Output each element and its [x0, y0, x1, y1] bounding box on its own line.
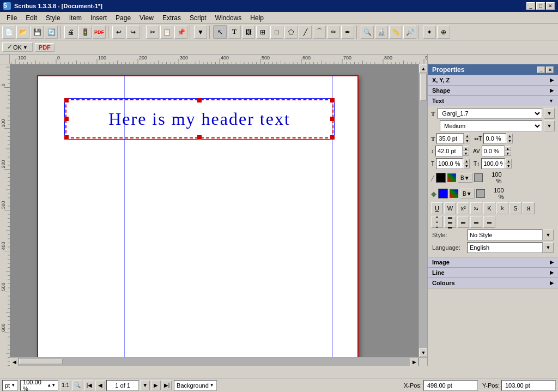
eyedrop-button[interactable]: 🔬: [375, 26, 388, 39]
pdf-button[interactable]: PDF: [35, 43, 54, 52]
handle-bl[interactable]: [64, 135, 69, 140]
language-value[interactable]: English: [467, 242, 543, 253]
align-forced-button[interactable]: ▬: [483, 216, 495, 228]
weight-selector[interactable]: Medium: [440, 120, 542, 131]
align-justify-button[interactable]: ▬: [470, 216, 482, 228]
bezier-tool[interactable]: ⌒: [313, 26, 326, 39]
section-image-header[interactable]: Image ▶: [428, 257, 558, 267]
handle-tr[interactable]: [330, 98, 335, 102]
section-text-header[interactable]: Text ▼: [428, 96, 558, 106]
section-colours-header[interactable]: Colours ▶: [428, 278, 558, 288]
calligraphic-tool[interactable]: ✒: [341, 26, 354, 39]
props-close-button[interactable]: ✕: [546, 67, 554, 73]
kerning-spin-buttons[interactable]: ▲ ▼: [505, 146, 511, 156]
align-center-button[interactable]: ▬▬▬: [444, 216, 456, 228]
hscale-spin-buttons[interactable]: ▲ ▼: [463, 159, 470, 168]
vertical-scrollbar[interactable]: ▲ ▼: [418, 64, 427, 357]
smallcaps-button[interactable]: k: [496, 202, 508, 214]
redo-button[interactable]: ↪: [126, 26, 140, 39]
font-dropdown-btn[interactable]: ▼: [544, 108, 555, 119]
handle-tl[interactable]: [64, 98, 69, 102]
scroll-thumb-v[interactable]: [420, 74, 427, 101]
section-shape-header[interactable]: Shape ▶: [428, 86, 558, 95]
vscale-up-button[interactable]: ▲: [505, 159, 512, 164]
horizontal-scrollbar[interactable]: ◀ ▶: [10, 357, 418, 366]
select-tool[interactable]: ↖: [214, 26, 227, 39]
text-frame[interactable]: Here is my header text: [65, 99, 333, 138]
tracking-down-button[interactable]: ▼: [506, 138, 513, 143]
fill-color-mode-btn[interactable]: B▼: [458, 173, 472, 183]
linespacing-input[interactable]: [435, 146, 463, 156]
ok-dropdown-icon[interactable]: ▼: [23, 45, 28, 50]
language-dropdown-button[interactable]: ▼: [543, 242, 554, 253]
menu-item[interactable]: Item: [65, 13, 86, 23]
shape-tool[interactable]: □: [270, 26, 283, 39]
linespacing-spin-buttons[interactable]: ▲ ▼: [463, 146, 469, 156]
kerning-input[interactable]: [482, 146, 505, 156]
freehand-tool[interactable]: ✏: [327, 26, 340, 39]
undo-button[interactable]: ↩: [112, 26, 125, 39]
menu-edit[interactable]: Edit: [21, 13, 41, 23]
line-tool[interactable]: ╱: [299, 26, 312, 39]
superscript-button[interactable]: x²: [457, 202, 469, 214]
save-button[interactable]: 💾: [31, 26, 44, 39]
magnify-button[interactable]: 🔎: [403, 26, 416, 39]
cut-button[interactable]: ✂: [146, 26, 159, 39]
scroll-up-button[interactable]: ▲: [419, 64, 427, 73]
scroll-down-button[interactable]: ▼: [419, 348, 427, 357]
hscale-input[interactable]: [436, 158, 463, 169]
strikethrough-button[interactable]: K: [483, 202, 495, 214]
hscale-down-button[interactable]: ▼: [463, 164, 470, 168]
tracking-input[interactable]: [483, 133, 506, 144]
menu-insert[interactable]: Insert: [86, 13, 111, 23]
align-left-button[interactable]: ≡≡≡: [431, 216, 443, 228]
kerning-down-button[interactable]: ▼: [505, 151, 511, 156]
handle-br[interactable]: [330, 135, 335, 140]
tracking-spin-buttons[interactable]: ▲ ▼: [506, 134, 513, 143]
menu-style[interactable]: Style: [41, 13, 65, 23]
hscale-up-button[interactable]: ▲: [463, 159, 470, 164]
style-dropdown-button[interactable]: ▼: [543, 230, 554, 240]
allcaps-button[interactable]: W: [444, 202, 456, 214]
subscript-button[interactable]: x₂: [470, 202, 482, 214]
preflight-button[interactable]: 🚦: [78, 26, 92, 39]
scroll-track-h[interactable]: [19, 358, 410, 366]
vscale-down-button[interactable]: ▼: [505, 164, 512, 168]
linespacing-up-button[interactable]: ▲: [463, 146, 469, 151]
close-button[interactable]: ✕: [546, 2, 555, 10]
print-button[interactable]: 🖨: [64, 26, 77, 39]
pdf-export-button[interactable]: PDF: [93, 26, 106, 39]
handle-tm[interactable]: [197, 98, 202, 102]
align-right-button[interactable]: ▬: [457, 216, 469, 228]
image-tool[interactable]: 🖼: [242, 26, 255, 39]
menu-view[interactable]: View: [135, 13, 158, 23]
handle-ml[interactable]: [64, 117, 69, 121]
handle-mr[interactable]: [330, 117, 335, 121]
props-minimize-button[interactable]: _: [537, 67, 545, 73]
stroke-color-shade[interactable]: [476, 189, 485, 198]
menu-windows[interactable]: Windows: [211, 13, 246, 23]
linespacing-down-button[interactable]: ▼: [463, 151, 469, 156]
section-xyz-header[interactable]: X, Y, Z ▶: [428, 75, 558, 85]
kerning-up-button[interactable]: ▲: [505, 146, 511, 151]
stroke-color-multi[interactable]: [450, 189, 458, 198]
vscale-input[interactable]: [481, 158, 505, 169]
open-button[interactable]: 📂: [16, 26, 29, 39]
copy-button[interactable]: 📋: [160, 26, 173, 39]
section-line-header[interactable]: Line ▶: [428, 268, 558, 278]
size-down-button[interactable]: ▼: [464, 138, 470, 143]
ok-button[interactable]: ✓ OK ▼: [2, 43, 33, 52]
vscale-spin-buttons[interactable]: ▲ ▼: [505, 159, 512, 168]
handle-bm[interactable]: [197, 135, 202, 140]
stroke-color-mode-btn[interactable]: B▼: [460, 189, 475, 198]
fill-color-shade[interactable]: [474, 173, 483, 182]
scroll-right-button[interactable]: ▶: [410, 358, 418, 366]
menu-page[interactable]: Page: [111, 13, 135, 23]
canvas-area[interactable]: Here is my header text ▲ ▼ ◀ ▶: [10, 64, 427, 366]
size-spin-buttons[interactable]: ▲ ▼: [464, 134, 470, 143]
menu-extras[interactable]: Extras: [158, 13, 185, 23]
new-button[interactable]: 📄: [2, 26, 15, 39]
font-selector[interactable]: Gargi_1.7: [438, 108, 542, 119]
zoom-button[interactable]: 🔍: [361, 26, 374, 39]
extra-tool-1[interactable]: ✦: [423, 26, 436, 39]
